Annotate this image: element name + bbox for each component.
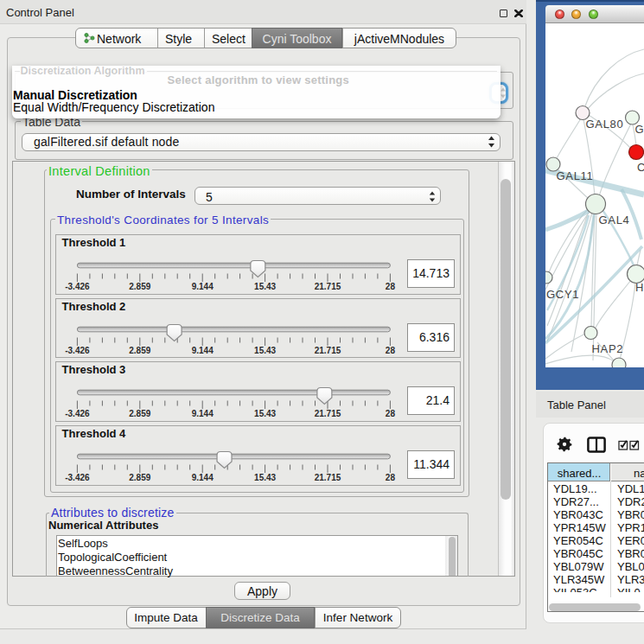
svg-text:2.859: 2.859 (129, 282, 150, 291)
svg-text:H: H (635, 281, 644, 294)
svg-text:GA: GA (635, 123, 644, 136)
svg-text:15.43: 15.43 (254, 346, 276, 355)
svg-text:C: C (637, 161, 644, 174)
svg-text:9.144: 9.144 (191, 473, 213, 482)
svg-text:21.715: 21.715 (314, 409, 341, 418)
svg-text:2.859: 2.859 (129, 409, 150, 418)
svg-text:21.715: 21.715 (314, 282, 341, 291)
svg-text:2.859: 2.859 (129, 346, 150, 355)
svg-text:GAL4: GAL4 (599, 214, 630, 226)
svg-text:GAL80: GAL80 (586, 118, 624, 131)
svg-text:28: 28 (385, 282, 395, 291)
svg-text:-3.426: -3.426 (65, 409, 90, 418)
svg-text:15.43: 15.43 (254, 473, 276, 482)
svg-text:15.43: 15.43 (254, 282, 276, 291)
svg-text:9.144: 9.144 (191, 346, 213, 355)
svg-text:-3.426: -3.426 (65, 346, 90, 355)
svg-text:28: 28 (385, 473, 395, 482)
svg-text:-3.426: -3.426 (65, 473, 90, 482)
svg-text:15.43: 15.43 (254, 409, 276, 418)
svg-text:GCY1: GCY1 (546, 288, 579, 301)
svg-text:21.715: 21.715 (314, 346, 341, 355)
svg-text:21.715: 21.715 (314, 473, 341, 482)
svg-text:HAP2: HAP2 (592, 342, 624, 355)
svg-text:28: 28 (385, 409, 395, 418)
svg-text:-3.426: -3.426 (65, 282, 90, 291)
svg-text:2.859: 2.859 (129, 473, 150, 482)
svg-text:28: 28 (385, 346, 395, 355)
svg-text:GAL11: GAL11 (557, 169, 594, 182)
svg-text:9.144: 9.144 (191, 409, 213, 418)
svg-text:9.144: 9.144 (191, 282, 213, 291)
